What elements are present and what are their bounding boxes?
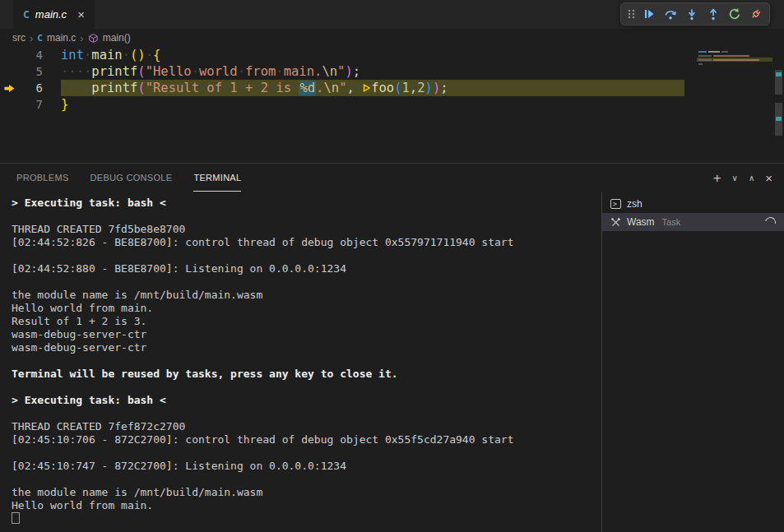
terminal-tab-kind: Task [662, 217, 681, 227]
terminal-line [12, 210, 601, 223]
vscode-window: C main.c × src › C main.c [0, 0, 784, 532]
terminal-line: [02:44:52:880 - BE8E8700]: Listening on … [12, 262, 601, 275]
symbol-method-icon [88, 33, 99, 44]
code-line[interactable]: 5····printf("Hello·world·from·main.\n"); [0, 63, 784, 80]
editor-lines: 4int·main·()·{5····printf("Hello·world·f… [0, 47, 784, 113]
disconnect-button[interactable] [747, 5, 765, 23]
terminal-line: THREAD CREATED 7fd5be8e8700 [12, 223, 601, 236]
close-panel-icon[interactable]: × [765, 171, 772, 185]
new-terminal-icon[interactable]: + [713, 171, 721, 185]
tab-label: main.c [35, 8, 67, 21]
terminal-line [12, 473, 601, 486]
terminal-tabs-sidebar: > zsh Wasm Task [601, 192, 784, 532]
terminal-line: > Executing task: bash < [12, 197, 601, 210]
terminal-tab-wasm-task[interactable]: Wasm Task [602, 213, 784, 231]
debug-toolbar [620, 2, 770, 25]
terminal-line: [02:45:10:706 - 872C2700]: control threa… [12, 433, 601, 446]
terminal-line: Terminal will be reused by tasks, press … [12, 368, 601, 381]
terminal-line: wasm-debug-server-ctr [12, 341, 601, 354]
code-editor[interactable]: 4int·main·()·{5····printf("Hello·world·f… [0, 47, 784, 163]
tab-problems[interactable]: PROBLEMS [16, 164, 69, 192]
terminal-line [12, 249, 601, 262]
tab-main-c[interactable]: C main.c × [13, 0, 95, 29]
step-into-target-icon [362, 81, 371, 95]
tab-close-icon[interactable]: × [77, 8, 85, 21]
c-file-icon: C [37, 33, 43, 44]
terminal-line [12, 446, 601, 460]
debug-current-line-icon[interactable] [0, 82, 18, 95]
terminal-line: Result of 1 + 2 is 3. [12, 315, 601, 328]
terminal-line [12, 512, 601, 525]
overview-ruler-mark [776, 117, 782, 121]
step-out-button[interactable] [704, 5, 722, 23]
terminal-cursor [12, 512, 20, 524]
panel-actions: + ∨ ∧ × [713, 171, 784, 185]
drag-gripper-icon[interactable] [625, 5, 637, 23]
terminal-tab-label: Wasm [627, 216, 655, 228]
terminal-tab-zsh[interactable]: > zsh [602, 195, 784, 213]
terminal-line: THREAD CREATED 7fef872c2700 [12, 420, 601, 433]
terminal-line: wasm-debug-server-ctr [12, 328, 601, 341]
code-line[interactable]: 6····printf("Result·of·1·+·2·is·%d.\n",·… [0, 80, 784, 96]
terminal-line: > Executing task: bash < [12, 394, 601, 407]
tab-terminal[interactable]: TERMINAL [193, 164, 241, 192]
chevron-right-icon: › [30, 32, 33, 44]
terminal-line: Hello world from main. [12, 302, 601, 315]
terminal-line [12, 275, 601, 289]
terminal-line: [02:45:10:747 - 872C2700]: Listening on … [12, 460, 601, 473]
editor-scrollbar[interactable] [772, 47, 784, 163]
terminal-line [12, 381, 601, 394]
breadcrumb: src › C main.c › main() [0, 29, 784, 47]
panel-header: PROBLEMS DEBUG CONSOLE TERMINAL + ∨ ∧ × [0, 164, 784, 192]
code-text[interactable]: int·main·()·{ [61, 47, 684, 63]
terminal-icon: > [610, 199, 621, 209]
step-over-button[interactable] [661, 5, 680, 23]
code-text[interactable]: ····printf("Hello·world·from·main.\n"); [61, 63, 684, 80]
line-number: 5 [18, 65, 43, 78]
chevron-up-icon[interactable]: ∧ [749, 173, 754, 183]
breadcrumb-src[interactable]: src [12, 32, 26, 44]
terminal-line [12, 407, 601, 420]
line-number: 7 [18, 98, 43, 111]
terminal-line [12, 354, 601, 368]
terminal-line: Hello world from main. [12, 499, 601, 512]
code-text[interactable]: } [61, 96, 684, 113]
line-number: 4 [18, 49, 43, 62]
spinner-icon [763, 215, 778, 229]
minimap[interactable] [697, 49, 772, 163]
code-text[interactable]: ····printf("Result·of·1·+·2·is·%d.\n",·f… [61, 80, 684, 96]
chevron-down-icon[interactable]: ∨ [732, 173, 738, 183]
terminal-line: [02:44:52:826 - BE8E8700]: control threa… [12, 236, 601, 249]
breadcrumb-file[interactable]: main.c [47, 32, 76, 44]
restart-button[interactable] [726, 5, 744, 23]
tab-debug-console[interactable]: DEBUG CONSOLE [90, 164, 173, 192]
step-into-button[interactable] [683, 5, 701, 23]
continue-button[interactable] [640, 5, 658, 23]
chevron-right-icon: › [80, 32, 83, 44]
bottom-panel: PROBLEMS DEBUG CONSOLE TERMINAL + ∨ ∧ × … [0, 163, 784, 532]
code-line[interactable]: 7} [0, 96, 784, 113]
terminal-line: the module name is /mnt/build/main.wasm [12, 486, 601, 499]
terminal-tab-label: zsh [627, 198, 643, 210]
line-number: 6 [18, 81, 43, 95]
code-line[interactable]: 4int·main·()·{ [0, 47, 784, 63]
c-file-icon: C [23, 8, 30, 21]
breadcrumb-symbol[interactable]: main() [103, 32, 131, 44]
terminal-line: the module name is /mnt/build/main.wasm [12, 289, 601, 302]
tools-icon [610, 217, 621, 228]
terminal-output[interactable]: > Executing task: bash <THREAD CREATED 7… [0, 192, 601, 532]
overview-ruler-mark [776, 72, 782, 76]
